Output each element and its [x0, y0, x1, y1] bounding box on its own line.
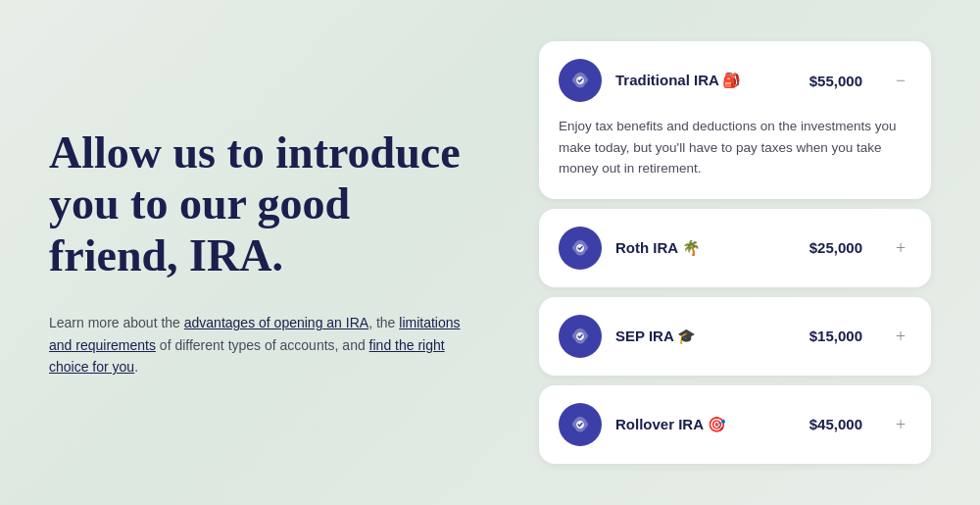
card-header-roth-ira: Roth IRA 🌴 $25,000 + — [559, 227, 911, 270]
card-amount-roth-ira: $25,000 — [809, 239, 862, 256]
card-toggle-traditional-ira[interactable]: − — [890, 70, 911, 91]
ira-card-roth-ira[interactable]: Roth IRA 🌴 $25,000 + — [539, 209, 931, 287]
card-amount-rollover-ira: $45,000 — [809, 416, 862, 432]
card-icon-roth-ira — [559, 227, 602, 270]
card-title-traditional-ira: Traditional IRA 🎒 — [615, 72, 796, 89]
card-icon-sep-ira — [559, 315, 602, 358]
card-toggle-sep-ira[interactable]: + — [890, 326, 911, 347]
card-toggle-roth-ira[interactable]: + — [890, 237, 911, 259]
card-header-sep-ira: SEP IRA 🎓 $15,000 + — [559, 315, 911, 358]
card-icon-rollover-ira — [559, 403, 602, 446]
ira-card-rollover-ira[interactable]: Rollover IRA 🎯 $45,000 + — [539, 385, 931, 464]
card-title-roth-ira: Roth IRA 🌴 — [615, 239, 796, 257]
description-suffix: . — [134, 359, 138, 375]
card-toggle-rollover-ira[interactable]: + — [890, 414, 911, 435]
main-title: Allow us to introduce you to our good fr… — [49, 127, 480, 283]
ira-card-traditional-ira[interactable]: Traditional IRA 🎒 $55,000 − Enjoy tax be… — [539, 41, 931, 199]
card-amount-traditional-ira: $55,000 — [809, 73, 862, 89]
description-text: Learn more about the advantages of openi… — [49, 312, 480, 378]
left-panel: Allow us to introduce you to our good fr… — [49, 127, 539, 379]
card-title-rollover-ira: Rollover IRA 🎯 — [615, 416, 796, 433]
ira-card-sep-ira[interactable]: SEP IRA 🎓 $15,000 + — [539, 297, 931, 376]
card-header-rollover-ira: Rollover IRA 🎯 $45,000 + — [559, 403, 911, 446]
card-description-traditional-ira: Enjoy tax benefits and deductions on the… — [559, 116, 911, 179]
card-header-traditional-ira: Traditional IRA 🎒 $55,000 − — [559, 59, 911, 102]
description-middle1: , the — [368, 315, 399, 330]
card-title-sep-ira: SEP IRA 🎓 — [615, 328, 796, 345]
page-layout: Allow us to introduce you to our good fr… — [0, 0, 980, 505]
card-amount-sep-ira: $15,000 — [809, 328, 862, 344]
description-middle2: of different types of accounts, and — [156, 337, 369, 353]
right-panel: Traditional IRA 🎒 $55,000 − Enjoy tax be… — [539, 41, 931, 464]
link-advantages[interactable]: advantages of opening an IRA — [184, 315, 368, 330]
card-icon-traditional-ira — [559, 59, 602, 102]
description-prefix: Learn more about the — [49, 315, 184, 330]
